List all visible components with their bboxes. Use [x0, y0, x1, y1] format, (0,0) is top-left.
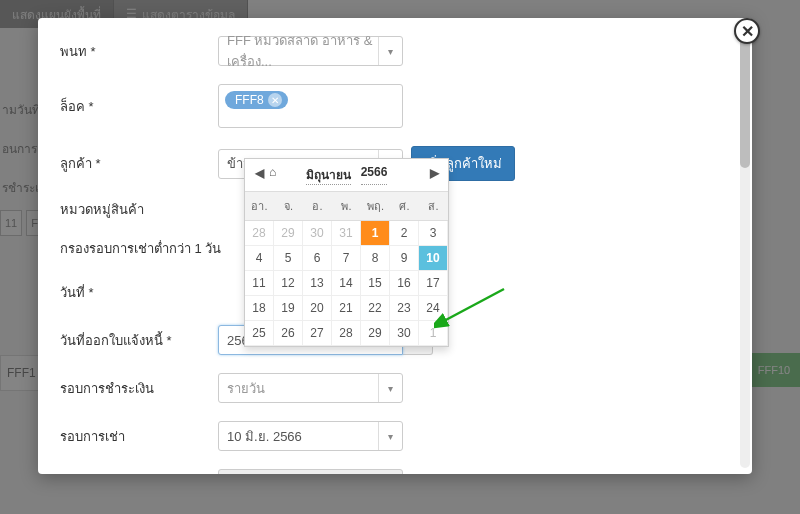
datepicker-day-cell[interactable]: 6 — [303, 246, 332, 271]
datepicker-header: ◀ ⌂ มิถุนายน 2566 ▶ — [245, 159, 448, 191]
datepicker-dow-cell: จ. — [274, 192, 303, 220]
datepicker-day-cell[interactable]: 21 — [332, 296, 361, 321]
datepicker-day-cell[interactable]: 18 — [245, 296, 274, 321]
datepicker-month[interactable]: มิถุนายน — [306, 165, 351, 185]
lock-tag-text: FFF8 — [235, 93, 264, 107]
row-rent: ค่าเช่า * 8500.00 — [60, 469, 730, 474]
chevron-down-icon: ▾ — [378, 374, 402, 402]
rent-round-value: 10 มิ.ย. 2566 — [227, 426, 302, 447]
datepicker-day-cell[interactable]: 31 — [332, 221, 361, 246]
datepicker-day-cell[interactable]: 2 — [390, 221, 419, 246]
select-type-value: FFF หมวดสลาด อาหาร & เครื่อง... — [227, 30, 378, 72]
tag-remove-icon[interactable]: ✕ — [268, 93, 282, 107]
datepicker-day-cell[interactable]: 10 — [419, 246, 448, 271]
label-lock: ล็อค * — [60, 96, 218, 117]
datepicker-day-cell[interactable]: 11 — [245, 271, 274, 296]
modal-body: พนท * FFF หมวดสลาด อาหาร & เครื่อง... ▾ … — [38, 18, 752, 474]
datepicker-day-cell[interactable]: 1 — [419, 321, 448, 346]
datepicker-day-cell[interactable]: 29 — [274, 221, 303, 246]
datepicker-day-cell[interactable]: 4 — [245, 246, 274, 271]
datepicker-day-cell[interactable]: 22 — [361, 296, 390, 321]
datepicker-day-cell[interactable]: 14 — [332, 271, 361, 296]
datepicker-day-cell[interactable]: 29 — [361, 321, 390, 346]
chevron-down-icon: ▾ — [378, 37, 402, 65]
datepicker-day-cell[interactable]: 27 — [303, 321, 332, 346]
select-rent-round[interactable]: 10 มิ.ย. 2566 ▾ — [218, 421, 403, 451]
datepicker-weekdays: อา.จ.อ.พ.พฤ.ศ.ส. — [245, 191, 448, 221]
modal-dialog: พนท * FFF หมวดสลาด อาหาร & เครื่อง... ▾ … — [38, 18, 752, 474]
rent-input[interactable]: 8500.00 — [218, 469, 403, 474]
datepicker-prev-button[interactable]: ◀ — [251, 165, 267, 181]
datepicker-next-button[interactable]: ▶ — [426, 165, 442, 181]
modal-scrollbar[interactable] — [740, 24, 750, 468]
datepicker-dow-cell: อา. — [245, 192, 274, 220]
datepicker-day-cell[interactable]: 13 — [303, 271, 332, 296]
datepicker-day-cell[interactable]: 3 — [419, 221, 448, 246]
label-type: พนท * — [60, 41, 218, 62]
datepicker-day-cell[interactable]: 7 — [332, 246, 361, 271]
scrollbar-thumb[interactable] — [740, 28, 750, 168]
datepicker-day-cell[interactable]: 28 — [332, 321, 361, 346]
label-invoice-date: วันที่ออกใบแจ้งหนี้ * — [60, 330, 218, 351]
datepicker-day-cell[interactable]: 23 — [390, 296, 419, 321]
label-rent-round: รอบการเช่า — [60, 426, 218, 447]
label-date: วันที่ * — [60, 282, 218, 303]
datepicker-day-cell[interactable]: 30 — [303, 221, 332, 246]
datepicker-day-cell[interactable]: 12 — [274, 271, 303, 296]
label-customer: ลูกค้า * — [60, 153, 218, 174]
datepicker-popup: ◀ ⌂ มิถุนายน 2566 ▶ อา.จ.อ.พ.พฤ.ศ.ส. 282… — [244, 158, 449, 347]
datepicker-day-cell[interactable]: 20 — [303, 296, 332, 321]
datepicker-day-cell[interactable]: 17 — [419, 271, 448, 296]
datepicker-day-cell[interactable]: 9 — [390, 246, 419, 271]
select-payment-round[interactable]: รายวัน ▾ — [218, 373, 403, 403]
row-type: พนท * FFF หมวดสลาด อาหาร & เครื่อง... ▾ — [60, 36, 730, 66]
payment-round-value: รายวัน — [227, 378, 265, 399]
datepicker-day-cell[interactable]: 16 — [390, 271, 419, 296]
datepicker-day-cell[interactable]: 8 — [361, 246, 390, 271]
datepicker-day-cell[interactable]: 15 — [361, 271, 390, 296]
datepicker-dow-cell: ส. — [419, 192, 448, 220]
select-type[interactable]: FFF หมวดสลาด อาหาร & เครื่อง... ▾ — [218, 36, 403, 66]
close-button[interactable]: ✕ — [734, 18, 760, 44]
datepicker-dow-cell: ศ. — [390, 192, 419, 220]
datepicker-day-cell[interactable]: 25 — [245, 321, 274, 346]
row-rent-round: รอบการเช่า 10 มิ.ย. 2566 ▾ — [60, 421, 730, 451]
datepicker-dow-cell: พฤ. — [361, 192, 390, 220]
label-filter: กรองรอบการเช่าต่ำกว่า 1 วัน — [60, 238, 221, 259]
datepicker-dow-cell: พ. — [332, 192, 361, 220]
datepicker-day-cell[interactable]: 19 — [274, 296, 303, 321]
datepicker-day-cell[interactable]: 24 — [419, 296, 448, 321]
label-rent: ค่าเช่า * — [60, 474, 218, 475]
datepicker-year[interactable]: 2566 — [361, 165, 388, 185]
datepicker-day-cell[interactable]: 26 — [274, 321, 303, 346]
datepicker-day-cell[interactable]: 30 — [390, 321, 419, 346]
row-payment-round: รอบการชำระเงิน รายวัน ▾ — [60, 373, 730, 403]
lock-tag[interactable]: FFF8 ✕ — [225, 91, 288, 109]
datepicker-home-button[interactable]: ⌂ — [269, 165, 276, 179]
datepicker-dow-cell: อ. — [303, 192, 332, 220]
label-category: หมวดหมู่สินค้า — [60, 199, 218, 220]
chevron-down-icon: ▾ — [378, 422, 402, 450]
label-payment-round: รอบการชำระเงิน — [60, 378, 218, 399]
datepicker-grid: 2829303112345678910111213141516171819202… — [245, 221, 448, 346]
row-lock: ล็อค * FFF8 ✕ — [60, 84, 730, 128]
datepicker-day-cell[interactable]: 28 — [245, 221, 274, 246]
lock-tag-input[interactable]: FFF8 ✕ — [218, 84, 403, 128]
datepicker-day-cell[interactable]: 1 — [361, 221, 390, 246]
datepicker-day-cell[interactable]: 5 — [274, 246, 303, 271]
